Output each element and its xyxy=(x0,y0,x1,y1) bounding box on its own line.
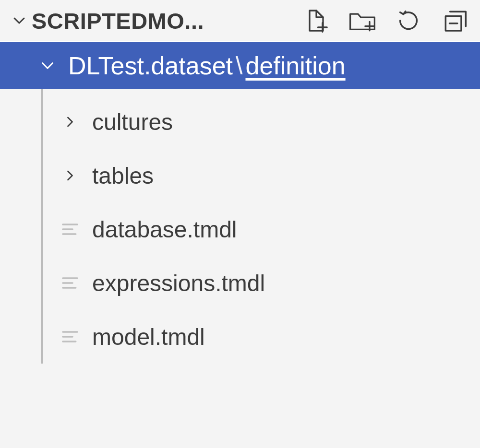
file-lines-icon xyxy=(53,327,87,346)
tree-file[interactable]: model.tmdl xyxy=(0,310,480,364)
new-folder-icon[interactable] xyxy=(348,6,377,35)
new-file-icon[interactable] xyxy=(301,6,331,35)
tree-folder[interactable]: cultures xyxy=(0,95,480,149)
path-parent: DLTest.dataset xyxy=(68,51,233,80)
tree-folder-label: cultures xyxy=(92,109,173,135)
explorer-section-header: SCRIPTEDMO... xyxy=(0,0,480,41)
path-separator: \ xyxy=(236,51,242,80)
tree-file[interactable]: expressions.tmdl xyxy=(0,256,480,310)
chevron-down-icon[interactable] xyxy=(37,56,65,76)
tree-file-label: expressions.tmdl xyxy=(92,270,265,296)
chevron-right-icon[interactable] xyxy=(53,113,87,130)
chevron-right-icon[interactable] xyxy=(53,167,87,184)
chevron-down-icon[interactable] xyxy=(7,11,32,30)
tree-file-label: database.tmdl xyxy=(92,216,237,243)
tree-file[interactable]: database.tmdl xyxy=(0,202,480,256)
indent-guide xyxy=(41,89,43,364)
refresh-icon[interactable] xyxy=(394,6,423,35)
tree-folder-label: tables xyxy=(92,163,154,189)
collapse-all-icon[interactable] xyxy=(440,6,469,35)
file-lines-icon xyxy=(53,273,87,293)
file-lines-icon xyxy=(53,220,87,239)
explorer-toolbar xyxy=(301,6,474,35)
explorer-section-title[interactable]: SCRIPTEDMO... xyxy=(32,8,257,34)
tree-selected-folder[interactable]: DLTest.dataset \ definition xyxy=(0,41,480,89)
tree-children: cultures tables database.tmdl expression… xyxy=(0,89,480,373)
tree-folder[interactable]: tables xyxy=(0,149,480,202)
tree-file-label: model.tmdl xyxy=(92,324,205,350)
path-leaf: definition xyxy=(245,51,345,80)
